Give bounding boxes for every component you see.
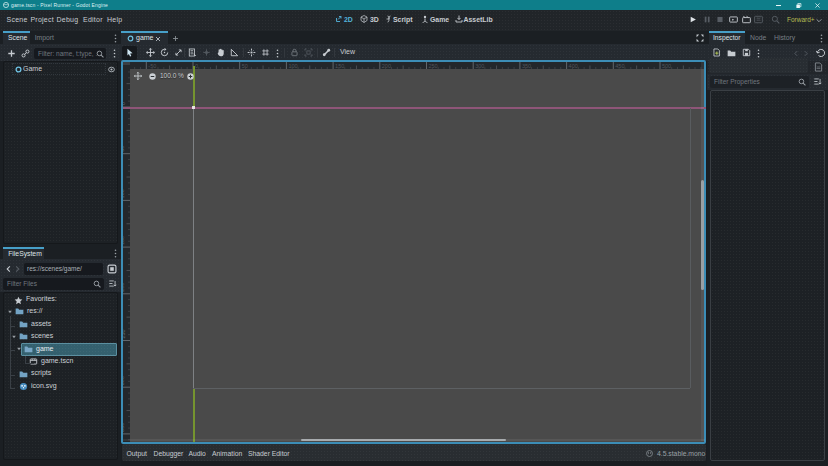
svg-text:150: 150 <box>123 236 126 245</box>
svg-text:0: 0 <box>195 63 198 69</box>
svg-text:250: 250 <box>429 63 438 69</box>
svg-text:100: 100 <box>123 189 126 198</box>
svg-text:200: 200 <box>382 63 391 69</box>
svg-text:500: 500 <box>662 63 671 69</box>
svg-text:450: 450 <box>615 63 624 69</box>
svg-text:200: 200 <box>123 283 126 292</box>
svg-text:350: 350 <box>123 423 126 432</box>
svg-text:350: 350 <box>522 63 531 69</box>
svg-text:300: 300 <box>123 376 126 385</box>
svg-text:400: 400 <box>569 63 578 69</box>
svg-text:150: 150 <box>335 63 344 69</box>
svg-text:100: 100 <box>288 63 297 69</box>
svg-text:300: 300 <box>475 63 484 69</box>
svg-text:50: 50 <box>242 63 248 69</box>
svg-text:0: 0 <box>123 102 126 105</box>
svg-text:250: 250 <box>123 329 126 338</box>
svg-text:50: 50 <box>123 146 126 152</box>
